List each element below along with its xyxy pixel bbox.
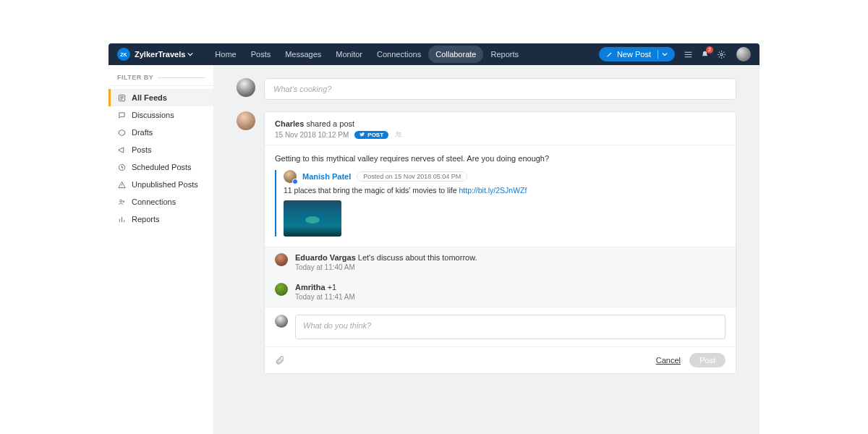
comment-body: Eduardo Vargas Let's discuss about this … xyxy=(295,253,477,271)
nav-reports[interactable]: Reports xyxy=(483,46,526,63)
shared-author-name[interactable]: Manish Patel xyxy=(302,172,351,181)
comment-author: Eduardo Vargas xyxy=(295,253,356,262)
brand-logo: ZK xyxy=(117,48,130,61)
sidebar-item-unpublished[interactable]: Unpublished Posts xyxy=(109,176,213,193)
sidebar-item-all-feeds[interactable]: All Feeds xyxy=(109,89,213,106)
comment-avatar xyxy=(275,283,288,296)
pencil-icon xyxy=(606,51,613,58)
sidebar-item-reports[interactable]: Reports xyxy=(109,210,213,228)
menu-icon[interactable] xyxy=(684,50,693,59)
topbar: ZK ZylkerTravels Home Posts Messages Mon… xyxy=(109,43,760,65)
composer-input[interactable]: What's cooking? xyxy=(264,78,736,100)
post-card: Charles shared a post 15 Nov 2018 10:12 … xyxy=(264,111,736,374)
post-type-badge: POST xyxy=(354,131,388,139)
comment-time: Today at 11:40 AM xyxy=(295,263,477,271)
filter-title: FILTER BY xyxy=(109,74,213,86)
warning-icon xyxy=(117,181,126,189)
svg-point-6 xyxy=(399,132,401,135)
comment-time: Today at 11:41 AM xyxy=(295,293,355,301)
post-verb: shared a post xyxy=(306,119,354,128)
attachment-icon[interactable] xyxy=(275,355,285,365)
post-timestamp: 15 Nov 2018 10:12 PM xyxy=(275,131,349,139)
feed-icon xyxy=(117,94,126,102)
post-button[interactable]: Post xyxy=(689,353,726,367)
comment-author: Amritha xyxy=(295,283,326,292)
bars-icon xyxy=(117,216,126,224)
new-post-label: New Post xyxy=(617,50,651,59)
nav-items: Home Posts Messages Monitor Connections … xyxy=(208,46,526,63)
comment-text: +1 xyxy=(328,283,337,292)
comment-row: Amritha +1 Today at 11:41 AM xyxy=(265,277,736,307)
comment-body: Amritha +1 Today at 11:41 AM xyxy=(295,283,355,301)
comments-section: Eduardo Vargas Let's discuss about this … xyxy=(265,247,736,307)
sidebar-item-posts[interactable]: Posts xyxy=(109,141,213,158)
nav-collaborate[interactable]: Collaborate xyxy=(428,46,483,63)
megaphone-icon xyxy=(117,146,126,154)
sidebar-item-drafts[interactable]: Drafts xyxy=(109,124,213,141)
post-header-line: Charles shared a post xyxy=(275,119,726,128)
chat-icon xyxy=(117,111,126,119)
nav-connections[interactable]: Connections xyxy=(370,46,428,63)
sidebar-item-label: Reports xyxy=(132,215,160,224)
sidebar-item-connections[interactable]: Connections xyxy=(109,193,213,210)
sidebar-item-label: Unpublished Posts xyxy=(132,180,198,189)
nav-home[interactable]: Home xyxy=(208,46,243,63)
app-window: ZK ZylkerTravels Home Posts Messages Mon… xyxy=(109,43,760,434)
sidebar-item-scheduled[interactable]: Scheduled Posts xyxy=(109,158,213,176)
post-meta: 15 Nov 2018 10:12 PM POST xyxy=(275,130,726,139)
post-body-text: Getting to this mythical valley requires… xyxy=(275,154,726,163)
sidebar-item-label: Connections xyxy=(132,197,176,206)
cancel-link[interactable]: Cancel xyxy=(656,356,681,365)
svg-point-5 xyxy=(396,132,399,135)
shared-time-pill: Posted on 15 Nov 2018 05:04 PM xyxy=(357,171,467,182)
sidebar-item-discussions[interactable]: Discussions xyxy=(109,106,213,124)
post-body: Getting to this mythical valley requires… xyxy=(265,145,736,247)
sidebar: FILTER BY All Feeds Discussions Drafts xyxy=(109,65,213,434)
comment-line: Amritha +1 xyxy=(295,283,355,292)
post-author-avatar xyxy=(237,111,255,130)
composer-row: What's cooking? xyxy=(237,78,736,100)
filter-title-label: FILTER BY xyxy=(117,74,153,81)
composer-avatar xyxy=(237,78,255,97)
shared-text-content: 11 places that bring the magic of kids' … xyxy=(284,186,459,195)
reply-avatar xyxy=(275,315,288,328)
svg-point-4 xyxy=(122,200,124,202)
post-actions: Cancel Post xyxy=(265,346,736,373)
notification-badge: 2 xyxy=(706,46,713,54)
post-header: Charles shared a post 15 Nov 2018 10:12 … xyxy=(265,112,736,145)
nav-monitor[interactable]: Monitor xyxy=(328,46,370,63)
facebook-badge-icon xyxy=(292,179,298,184)
shared-header: Manish Patel Posted on 15 Nov 2018 05:04… xyxy=(284,170,726,183)
twitter-icon xyxy=(359,132,365,137)
clock-icon xyxy=(117,163,126,171)
post-row: Charles shared a post 15 Nov 2018 10:12 … xyxy=(237,111,736,374)
brand-name[interactable]: ZylkerTravels xyxy=(135,50,185,59)
comment-row: Eduardo Vargas Let's discuss about this … xyxy=(265,247,736,277)
main-feed: What's cooking? Charles shared a post 15… xyxy=(213,65,760,434)
svg-point-0 xyxy=(720,53,723,55)
shared-image-thumbnail[interactable] xyxy=(284,200,341,237)
chevron-down-icon xyxy=(662,51,668,57)
bell-icon[interactable]: 2 xyxy=(700,50,710,59)
box-icon xyxy=(117,129,126,137)
audience-icon xyxy=(394,130,403,139)
sidebar-list: All Feeds Discussions Drafts Posts Sched… xyxy=(109,89,213,228)
sidebar-item-label: Posts xyxy=(132,145,152,154)
reply-input[interactable]: What do you think? xyxy=(295,315,726,339)
comment-avatar xyxy=(275,253,288,266)
comment-text: Let's discuss about this tomorrow. xyxy=(358,253,477,262)
nav-posts[interactable]: Posts xyxy=(244,46,278,63)
shared-post-block: Manish Patel Posted on 15 Nov 2018 05:04… xyxy=(275,170,726,237)
shared-text: 11 places that bring the magic of kids' … xyxy=(284,186,726,195)
sidebar-item-label: Drafts xyxy=(132,128,153,137)
brand-dropdown-caret[interactable] xyxy=(187,51,193,57)
reply-box: What do you think? xyxy=(265,307,736,346)
gear-icon[interactable] xyxy=(717,50,726,59)
new-post-button[interactable]: New Post xyxy=(599,47,675,61)
post-badge-label: POST xyxy=(367,132,383,138)
sidebar-item-label: Discussions xyxy=(132,111,174,119)
user-avatar[interactable] xyxy=(736,47,751,61)
body: FILTER BY All Feeds Discussions Drafts xyxy=(109,65,760,434)
nav-messages[interactable]: Messages xyxy=(278,46,328,63)
shared-link[interactable]: http://bit.ly/2SJnWZf xyxy=(459,186,527,195)
